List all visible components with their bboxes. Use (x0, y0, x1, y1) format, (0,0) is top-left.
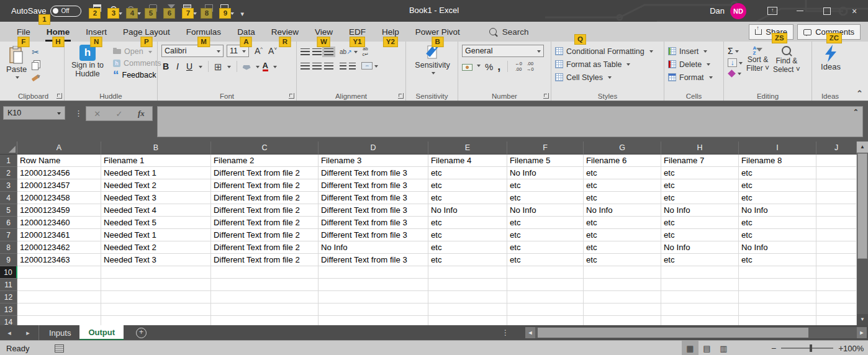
cell-J7[interactable] (816, 229, 857, 241)
zoom-slider-thumb[interactable] (810, 344, 812, 352)
align-top-icon[interactable] (301, 48, 310, 55)
cell-G10[interactable] (584, 266, 661, 279)
cell-E10[interactable] (428, 266, 507, 279)
tab-review[interactable]: ReviewR (263, 22, 307, 42)
cell-G6[interactable]: etc (584, 217, 661, 229)
redo-button[interactable]: ↷4 (125, 0, 143, 22)
col-header-H[interactable]: H (661, 142, 739, 155)
record-macro-icon[interactable] (55, 344, 64, 353)
cell-F6[interactable]: etc (507, 217, 584, 229)
cell-G14[interactable] (584, 316, 661, 325)
font-family-select[interactable]: Calibri (161, 45, 224, 57)
decrease-decimal-icon[interactable]: .00→0 (527, 61, 534, 72)
cut-icon[interactable]: ✂ (32, 48, 40, 56)
cell-F10[interactable] (507, 266, 584, 279)
cell-H2[interactable]: etc (661, 167, 739, 179)
cell-F8[interactable]: etc (507, 241, 584, 254)
row-header-4[interactable]: 4 (0, 192, 17, 204)
format-as-table-button[interactable]: Format as Table (555, 58, 661, 71)
select-all-button[interactable] (0, 142, 17, 155)
font-color-icon[interactable]: A (263, 61, 268, 71)
paste-button[interactable]: Paste (6, 45, 27, 91)
cell-A10[interactable] (17, 266, 101, 279)
orientation-caret-icon[interactable] (354, 51, 358, 55)
ribbon-display-options-button[interactable]: ↑ (759, 0, 786, 22)
scroll-down-icon[interactable]: ▼ (857, 314, 868, 325)
number-dialog-launcher-icon[interactable] (543, 93, 549, 99)
col-header-B[interactable]: B (101, 142, 211, 155)
zoom-out-icon[interactable]: − (771, 343, 776, 353)
cell-B4[interactable]: Needed Text 3 (101, 192, 211, 204)
font-color-caret-icon[interactable] (273, 66, 277, 70)
col-header-D[interactable]: D (319, 142, 428, 155)
row-header-9[interactable]: 9 (0, 254, 17, 266)
cell-J10[interactable] (816, 266, 857, 279)
cell-E3[interactable]: etc (428, 179, 507, 192)
row-header-6[interactable]: 6 (0, 217, 17, 229)
cell-D5[interactable]: Different Text from file 3 (319, 204, 428, 217)
cell-H3[interactable]: etc (661, 179, 739, 192)
cell-D1[interactable]: Filename 3 (319, 155, 428, 167)
cell-H13[interactable] (661, 303, 739, 316)
cell-J9[interactable] (816, 254, 857, 266)
insert-function-icon[interactable]: fx (138, 109, 145, 119)
cell-G9[interactable]: etc (584, 254, 661, 266)
cell-styles-button[interactable]: Cell Styles (555, 71, 661, 84)
cell-G5[interactable]: No Info (584, 204, 661, 217)
alignment-dialog-launcher-icon[interactable] (398, 93, 404, 99)
cell-B2[interactable]: Needed Text 1 (101, 167, 211, 179)
cell-D6[interactable]: Different Text from file 3 (319, 217, 428, 229)
cell-A8[interactable]: 12000123462 (17, 241, 101, 254)
cell-H1[interactable]: Filename 7 (661, 155, 739, 167)
tab-edf[interactable]: EDFY1 (341, 22, 374, 42)
cell-J14[interactable] (816, 316, 857, 325)
cell-F12[interactable] (507, 291, 584, 303)
filter-button[interactable]: 6 (162, 0, 181, 22)
tab-insert[interactable]: InsertN (78, 22, 115, 42)
enter-icon[interactable]: ✓ (116, 109, 123, 119)
cell-H5[interactable]: No Info (661, 204, 739, 217)
cell-I13[interactable] (739, 303, 816, 316)
cell-D4[interactable]: Different Text from file 3 (319, 192, 428, 204)
clear-button[interactable] (728, 70, 743, 78)
row-header-5[interactable]: 5 (0, 204, 17, 217)
clipboard-dialog-launcher-icon[interactable] (57, 93, 62, 99)
cell-D8[interactable]: No Info (319, 241, 428, 254)
find-select-button[interactable]: Find & Select ˅ (773, 45, 800, 91)
cell-J3[interactable] (816, 179, 857, 192)
tab-page-layout[interactable]: Page LayoutP (115, 22, 178, 42)
cell-G3[interactable]: etc (584, 179, 661, 192)
cell-I11[interactable] (739, 279, 816, 291)
cell-C6[interactable]: Different Text from file 2 (211, 217, 319, 229)
horizontal-scrollbar-thumb[interactable] (538, 328, 808, 338)
cell-E7[interactable]: etc (428, 229, 507, 241)
cell-J1[interactable] (816, 155, 857, 167)
cell-G11[interactable] (584, 279, 661, 291)
cell-I12[interactable] (739, 291, 816, 303)
collapse-formula-bar-icon[interactable]: ⌃ (853, 108, 859, 116)
col-header-J[interactable]: J (816, 142, 857, 155)
cell-A4[interactable]: 12000123458 (17, 192, 101, 204)
cell-A6[interactable]: 12000123460 (17, 217, 101, 229)
borders-caret-icon[interactable] (227, 66, 231, 70)
cell-A5[interactable]: 12000123459 (17, 204, 101, 217)
autosave-toggle[interactable]: Off (50, 6, 81, 17)
tab-help[interactable]: HelpY2 (374, 22, 407, 42)
format-painter-icon[interactable] (32, 74, 40, 82)
col-header-G[interactable]: G (584, 142, 661, 155)
col-header-C[interactable]: C (211, 142, 319, 155)
tools-button[interactable]: 9 (218, 0, 237, 22)
cell-H9[interactable]: etc (661, 254, 739, 266)
align-center-icon[interactable] (312, 63, 322, 70)
underline-caret-icon[interactable] (199, 66, 202, 70)
row-header-13[interactable]: 13 (0, 303, 17, 316)
collapse-ribbon-icon[interactable]: ⌃ (856, 89, 863, 98)
cell-C13[interactable] (211, 303, 319, 316)
customize-qat-icon[interactable]: ▾ (240, 4, 244, 18)
row-header-3[interactable]: 3 (0, 179, 17, 192)
conditional-formatting-button[interactable]: Conditional Formatting (555, 45, 661, 58)
col-header-A[interactable]: A (17, 142, 101, 155)
cell-E5[interactable]: No Info (428, 204, 507, 217)
sheet-next-icon[interactable]: ▸ (19, 325, 37, 340)
tab-power-pivot[interactable]: Power PivotB (407, 22, 468, 42)
